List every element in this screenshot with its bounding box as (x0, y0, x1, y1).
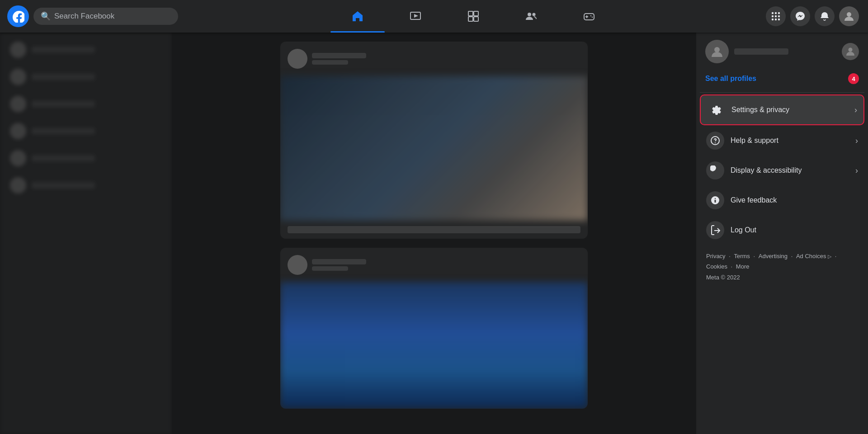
post-image (280, 76, 588, 221)
feedback-icon (706, 191, 724, 209)
post-image-2 (280, 282, 588, 409)
sidebar-item (5, 118, 167, 144)
footer-sep-5: · (731, 263, 734, 270)
post-avatar-2 (288, 255, 307, 275)
svg-point-7 (533, 13, 536, 16)
right-dropdown-panel: See all profiles 4 Settings & privacy › (696, 33, 868, 434)
svg-rect-3 (474, 11, 478, 16)
search-icon: 🔍 (41, 11, 51, 21)
footer-terms[interactable]: Terms (734, 253, 750, 259)
post-avatar (288, 49, 307, 69)
notification-badge: 4 (848, 73, 859, 84)
post-time-2 (312, 266, 348, 271)
svg-point-13 (772, 12, 774, 14)
display-accessibility-arrow: › (855, 166, 858, 175)
nav-tab-marketplace[interactable] (446, 3, 500, 30)
svg-point-16 (772, 15, 774, 17)
profile-row[interactable] (700, 36, 864, 67)
feed (172, 33, 696, 434)
facebook-logo[interactable] (7, 5, 29, 27)
svg-point-21 (778, 19, 780, 20)
search-input: Search Facebook (54, 12, 114, 21)
settings-privacy-arrow: › (854, 105, 857, 115)
sidebar-item (5, 37, 167, 62)
sidebar-item (5, 64, 167, 90)
sidebar-item (5, 91, 167, 117)
profile-avatar (705, 40, 729, 63)
footer-sep-2: · (754, 253, 757, 259)
nav-tab-home[interactable] (330, 3, 385, 30)
nav-tab-gaming[interactable] (562, 3, 616, 30)
left-sidebar (0, 33, 172, 434)
footer-cookies[interactable]: Cookies (706, 263, 727, 270)
profile-avatar-btn[interactable] (839, 6, 859, 26)
footer-adchoices[interactable]: Ad Choices (796, 253, 826, 259)
sidebar-item (5, 146, 167, 171)
post-actions (288, 226, 580, 233)
topnav-left: 🔍 Search Facebook (0, 5, 181, 27)
post-time (312, 60, 348, 65)
svg-point-11 (590, 15, 591, 16)
menu-item-help-support[interactable]: Help & support › (700, 126, 864, 155)
adchoices-icon: ▷ (828, 254, 831, 259)
log-out-label: Log Out (731, 226, 858, 234)
footer-more[interactable]: More (736, 263, 750, 270)
nav-tab-watch[interactable] (388, 3, 443, 30)
footer-advertising[interactable]: Advertising (759, 253, 788, 259)
svg-point-14 (775, 12, 777, 14)
logout-icon (706, 221, 724, 239)
main-content: See all profiles 4 Settings & privacy › (0, 33, 868, 434)
settings-icon (707, 101, 725, 119)
display-icon (706, 161, 724, 179)
svg-point-17 (775, 15, 777, 17)
feed-post-2 (280, 248, 588, 409)
footer-sep-3: · (791, 253, 794, 259)
search-box[interactable]: 🔍 Search Facebook (33, 8, 178, 25)
svg-rect-2 (468, 11, 473, 16)
svg-point-19 (772, 19, 774, 20)
help-icon (706, 132, 724, 150)
post-name (312, 53, 366, 58)
topnav-center (181, 3, 766, 30)
sidebar-item (5, 173, 167, 198)
footer-sep-1: · (729, 253, 732, 259)
help-support-arrow: › (855, 136, 858, 146)
post-name-2 (312, 259, 366, 264)
see-all-profiles-row[interactable]: See all profiles 4 (700, 69, 864, 89)
post-header (280, 42, 588, 76)
help-support-label: Help & support (731, 137, 849, 145)
menu-item-give-feedback[interactable]: Give feedback (700, 186, 864, 215)
footer-sep-4: · (835, 253, 837, 259)
svg-rect-5 (474, 17, 478, 21)
post-meta (312, 53, 366, 65)
divider (700, 92, 864, 93)
nav-tab-groups[interactable] (504, 3, 558, 30)
profile-avatar-right (842, 43, 859, 60)
see-all-profiles-label: See all profiles (705, 75, 756, 83)
give-feedback-label: Give feedback (731, 196, 858, 204)
svg-point-18 (778, 15, 780, 17)
footer-links: Privacy · Terms · Advertising · Ad Choic… (700, 245, 864, 288)
apps-button[interactable] (766, 6, 786, 26)
notifications-button[interactable] (815, 6, 835, 26)
svg-rect-4 (468, 17, 473, 21)
menu-item-display-accessibility[interactable]: Display & accessibility › (700, 156, 864, 185)
topnav: 🔍 Search Facebook (0, 0, 868, 33)
topnav-right (766, 6, 868, 26)
svg-marker-1 (414, 14, 418, 18)
svg-point-20 (775, 19, 777, 20)
display-accessibility-label: Display & accessibility (731, 166, 849, 175)
svg-point-12 (592, 17, 593, 18)
footer-copyright: Meta © 2022 (706, 274, 740, 281)
svg-point-22 (847, 12, 851, 17)
profile-info (705, 40, 788, 63)
menu-item-settings-privacy[interactable]: Settings & privacy › (700, 94, 864, 125)
settings-privacy-label: Settings & privacy (731, 106, 848, 114)
messenger-button[interactable] (790, 6, 810, 26)
svg-point-6 (528, 13, 531, 16)
svg-point-23 (714, 47, 720, 52)
svg-point-15 (778, 12, 780, 14)
menu-item-log-out[interactable]: Log Out (700, 216, 864, 245)
footer-privacy[interactable]: Privacy (706, 253, 726, 259)
post-header-2 (280, 248, 588, 282)
